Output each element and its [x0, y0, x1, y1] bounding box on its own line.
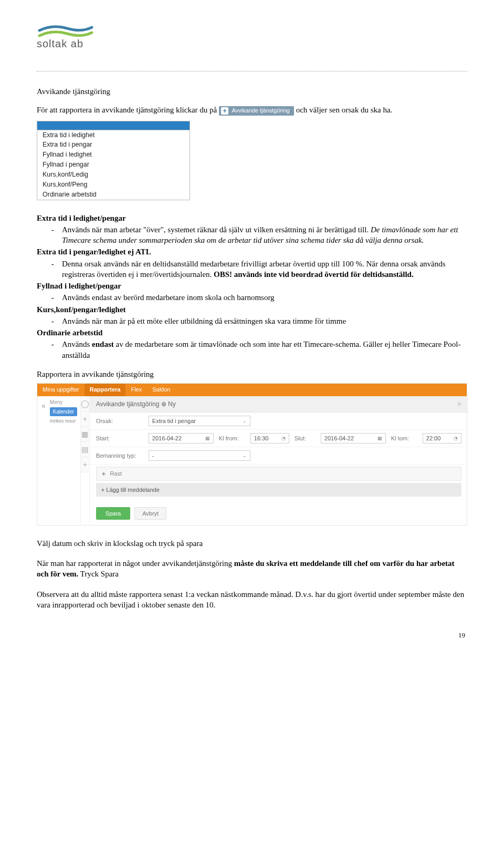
bemanning-label: Bemanning typ:	[96, 452, 143, 459]
form-screenshot: Mina uppgifter Rapportera Flex Saldon « …	[37, 383, 467, 525]
tab-flex[interactable]: Flex	[125, 384, 147, 396]
file-icon[interactable]: ▤	[81, 442, 89, 457]
heading-fyllnad: Fyllnad i ledighet/pengar	[37, 281, 467, 291]
para2-pre: När man har rapporterat in något under a…	[37, 559, 234, 568]
start-value: 2016-04-22	[152, 435, 182, 441]
rast-row[interactable]: + Rast	[96, 467, 461, 481]
bemanning-select[interactable]: - ⌄	[149, 450, 250, 461]
logo-text: soltak ab	[37, 38, 467, 50]
paragraph-1: Välj datum och skriv in klockslag och tr…	[37, 538, 467, 549]
doc-icon[interactable]: ▦	[81, 427, 89, 442]
avbryt-button[interactable]: Avbryt	[134, 507, 166, 520]
list-item: Denna orsak används när en deltidsanstäl…	[60, 259, 467, 280]
plus-icon: +	[102, 470, 106, 478]
slut-date-input[interactable]: 2016-04-22 ▦	[321, 433, 386, 444]
dropdown-option[interactable]: Fyllnad i ledighet	[37, 150, 190, 160]
plus2-icon[interactable]: +	[81, 457, 89, 472]
bullet-post: av de medarbetare som är timavlönade och…	[62, 340, 460, 359]
orsak-dropdown-panel[interactable]: Extra tid i ledighet Extra tid i pengar …	[37, 121, 190, 200]
clock-icon: ◔	[454, 436, 458, 441]
intro-text: För att rapportera in avvikande tjänstgö…	[37, 106, 467, 116]
paragraph-3: Observera att du alltid måste rapportera…	[37, 589, 467, 611]
bemanning-value: -	[152, 452, 154, 459]
icon-column: ◯ + ▦ ▤ +	[81, 396, 90, 525]
content-body: Extra tid i ledighet/pengar Används när …	[37, 213, 467, 360]
inrikes-link[interactable]: Inrikes resor	[50, 418, 77, 424]
klfrom-value: 16:30	[254, 435, 269, 441]
form-header: Avvikande tjänstgöring ⊕ Ny ×	[90, 396, 468, 413]
intro-suffix: och väljer sen orsak du ska ha.	[296, 106, 393, 114]
badge-label: Avvikande tjänstgöring	[232, 107, 289, 114]
calendar-icon: ▦	[205, 436, 210, 441]
heading-kurs: Kurs,konf/pengar/ledighet	[37, 304, 467, 315]
heading-pengar-ej-atl: Extra tid i pengar/ledighet ej ATL	[37, 246, 467, 257]
dropdown-option[interactable]: Ordinarie arbetstid	[37, 190, 190, 200]
chevron-down-icon: ⌄	[243, 418, 247, 424]
dropdown-option[interactable]: Kurs,konf/Ledig	[37, 170, 190, 180]
divider	[37, 71, 467, 71]
dropdown-header-bar	[37, 121, 190, 130]
bullet-text: Används när man arbetar "över", systemet…	[62, 225, 371, 234]
kltom-value: 22:00	[426, 435, 441, 441]
dropdown-option[interactable]: Fyllnad i pengar	[37, 160, 190, 170]
tab-bar: Mina uppgifter Rapportera Flex Saldon	[37, 384, 467, 396]
heading-extra-tid: Extra tid i ledighet/pengar	[37, 213, 467, 223]
chevron-down-icon: ⌄	[243, 453, 247, 458]
list-item: Används endast av berörd medarbetare ino…	[60, 292, 467, 303]
orsak-value: Extra tid i pengar	[152, 418, 196, 424]
heading-ordinarie: Ordinarie arbetstid	[37, 327, 467, 338]
page-title: Avvikande tjänstgöring	[37, 87, 467, 96]
left-menu-label: Meny	[50, 399, 77, 405]
form-header-text: Avvikande tjänstgöring ⊕ Ny	[96, 400, 176, 408]
plus-icon: +	[221, 107, 228, 115]
orsak-label: Orsak:	[96, 418, 143, 424]
list-item: Används när man är på ett möte eller utb…	[60, 316, 467, 326]
kltom-label: Kl tom:	[391, 435, 417, 441]
dropdown-option[interactable]: Kurs,konf/Peng	[37, 180, 190, 190]
rapportera-heading: Rapportera in avvikande tjänstgöring	[37, 370, 467, 379]
tab-mina-uppgifter[interactable]: Mina uppgifter	[37, 384, 85, 396]
list-item: Används när man arbetar "över", systemet…	[60, 224, 467, 246]
orsak-select[interactable]: Extra tid i pengar ⌄	[149, 416, 250, 426]
bullet-bold: endast	[92, 340, 114, 348]
bullet-pre: Används	[62, 340, 92, 348]
close-icon[interactable]: ×	[457, 400, 461, 408]
clock-icon[interactable]: ◯	[81, 396, 89, 411]
clock-icon: ◔	[281, 436, 286, 441]
list-item: Används endast av de medarbetare som är …	[60, 339, 467, 360]
rast-label: Rast	[110, 470, 122, 477]
paragraph-2: När man har rapporterat in något under a…	[37, 558, 467, 580]
dropdown-option[interactable]: Extra tid i pengar	[37, 140, 190, 150]
page-number: 19	[37, 631, 467, 640]
spara-button[interactable]: Spara	[96, 507, 130, 520]
slut-label: Slut:	[295, 435, 316, 441]
slut-value: 2016-04-22	[324, 435, 354, 441]
start-label: Start:	[96, 435, 143, 441]
klfrom-label: Kl from:	[219, 435, 245, 441]
add-icon[interactable]: +	[81, 411, 89, 427]
left-sidebar: « Meny Kalender Inrikes resor	[37, 396, 81, 525]
bullet-obs: OBS! används inte vid beordrad övertid f…	[214, 270, 414, 279]
calendar-icon: ▦	[377, 436, 382, 441]
klfrom-input[interactable]: 16:30 ◔	[250, 433, 289, 444]
company-logo: soltak ab	[37, 21, 467, 50]
para2-post: Tryck Spara	[78, 570, 119, 578]
collapse-icon[interactable]: «	[40, 399, 47, 522]
avvikande-badge[interactable]: + Avvikande tjänstgöring	[219, 106, 294, 116]
intro-prefix: För att rapportera in avvikande tjänstgö…	[37, 106, 219, 114]
start-date-input[interactable]: 2016-04-22 ▦	[149, 433, 214, 444]
dropdown-option[interactable]: Extra tid i ledighet	[37, 130, 190, 140]
main-form: Avvikande tjänstgöring ⊕ Ny × Orsak: Ext…	[90, 396, 468, 525]
kalender-button[interactable]: Kalender	[50, 407, 77, 416]
lagg-meddelande-row[interactable]: + Lägg till meddelande	[96, 483, 461, 497]
tab-saldon[interactable]: Saldon	[147, 384, 175, 396]
tab-rapportera[interactable]: Rapportera	[85, 384, 126, 396]
kltom-input[interactable]: 22:00 ◔	[423, 433, 461, 444]
